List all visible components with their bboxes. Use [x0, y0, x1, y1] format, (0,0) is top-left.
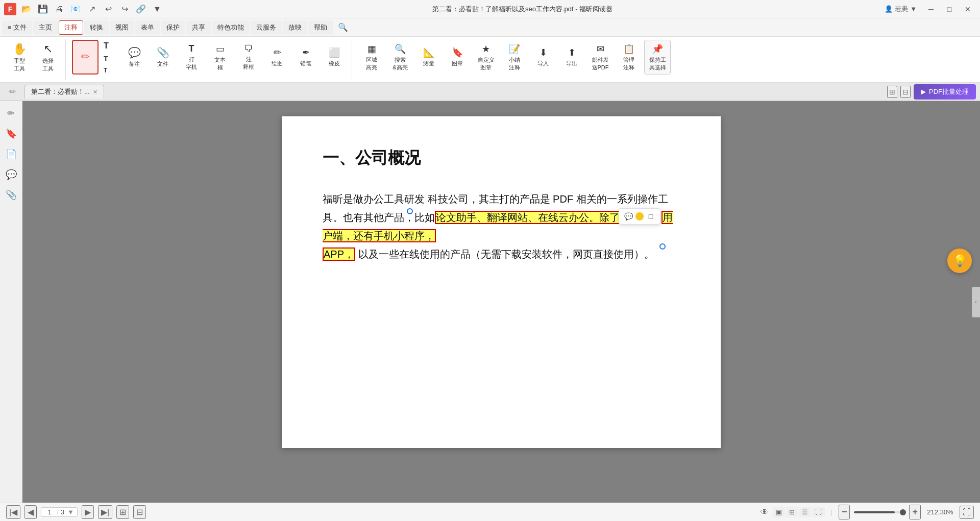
tab-close-btn[interactable]: ✕: [93, 89, 97, 95]
ribbon-text-btn1[interactable]: T: [101, 40, 119, 52]
user-name: 若愚: [895, 5, 908, 14]
selection-handle-bottom[interactable]: [659, 243, 666, 250]
ribbon-area-highlight-btn[interactable]: ▦ 区域高亮: [358, 40, 385, 75]
dropdown-btn[interactable]: ▼: [150, 2, 164, 16]
ribbon-callout-btn[interactable]: 🗨 注释框: [235, 40, 262, 75]
ribbon-pencil-btn[interactable]: ✒ 铅笔: [292, 40, 319, 75]
tab-label: 第二看：必看贴！...: [31, 87, 90, 96]
menu-share[interactable]: 共享: [186, 20, 211, 35]
float-color-circle[interactable]: [635, 212, 644, 220]
separator1: |: [831, 508, 832, 516]
ribbon-row-more: ▦ 区域高亮 🔍 搜索&高亮 📐 测量 🔖 图章 ★ 自定义图章 📝 小结注: [358, 40, 671, 79]
eye-icon[interactable]: 👁: [761, 508, 769, 517]
zoom-in-btn[interactable]: +: [909, 505, 921, 519]
menu-file[interactable]: ≡ 文件: [2, 20, 32, 35]
bottom-bar: |◀ ◀ 1 / 3 ▼ ▶ ▶| ⊞ ⊟ 👁 ▣ ⊞ ☰ ⛶ | − + 21…: [0, 503, 980, 521]
fullscreen-btn[interactable]: ⛶: [960, 506, 974, 519]
pdf-text-app: APP，: [323, 247, 355, 261]
ribbon-search-highlight-btn[interactable]: 🔍 搜索&高亮: [387, 40, 413, 75]
zoom-thumb[interactable]: [900, 509, 906, 515]
user-btn[interactable]: 👤 若愚 ▼: [880, 4, 921, 15]
menu-annotation[interactable]: 注释: [59, 20, 83, 35]
menu-view[interactable]: 视图: [110, 20, 134, 35]
email-btn[interactable]: 📧: [68, 2, 83, 16]
sidebar-bookmark-icon[interactable]: 🔖: [3, 126, 19, 142]
menu-home[interactable]: 主页: [33, 20, 58, 35]
copy-layout-btn[interactable]: ⊞: [116, 505, 129, 519]
undo-btn[interactable]: ↩: [101, 2, 115, 16]
ribbon: ✋ 手型工具 ↖ 选择工具 ✏ T T T 💬 备注: [0, 37, 980, 83]
menu-convert[interactable]: 转换: [84, 20, 109, 35]
tab-item-main[interactable]: 第二看：必看贴！... ✕: [24, 85, 104, 98]
menu-features[interactable]: 特色功能: [212, 20, 250, 35]
save-btn[interactable]: 💾: [36, 2, 50, 16]
first-page-btn[interactable]: |◀: [6, 505, 20, 519]
zoom-out-btn[interactable]: −: [839, 505, 850, 519]
ribbon-note-btn[interactable]: 💬 备注: [121, 40, 148, 75]
search-btn[interactable]: 🔍: [336, 20, 350, 35]
page-separator: /: [57, 508, 59, 516]
ribbon-text-btn2[interactable]: T: [101, 53, 119, 64]
page-dropdown-icon[interactable]: ▼: [67, 508, 74, 516]
minimize-btn[interactable]: ─: [923, 2, 939, 16]
view-double-btn[interactable]: ⊞: [786, 507, 798, 517]
current-page[interactable]: 1: [44, 508, 55, 516]
ribbon-eraser-btn[interactable]: ⬜ 橡皮: [321, 40, 348, 75]
menu-protect[interactable]: 保护: [161, 20, 185, 35]
ribbon-typewriter-btn[interactable]: T 打字机: [178, 40, 205, 75]
export-btn[interactable]: ↗: [85, 2, 99, 16]
menu-present[interactable]: 放映: [283, 20, 307, 35]
sidebar-page-icon[interactable]: 📄: [3, 146, 19, 162]
tab-sidebar-pencil[interactable]: ✏: [4, 84, 20, 100]
ribbon-textbox-btn[interactable]: ▭ 文本框: [207, 40, 233, 75]
ribbon-measure-btn[interactable]: 📐 测量: [415, 40, 442, 75]
zoom-slider[interactable]: [854, 511, 905, 513]
light-bulb-btn[interactable]: 💡: [947, 249, 972, 273]
float-comment-btn[interactable]: 💬: [622, 210, 634, 222]
view-single-btn[interactable]: ▣: [773, 507, 785, 517]
ribbon-draw-btn[interactable]: ✏ 绘图: [264, 40, 290, 75]
float-square-btn[interactable]: □: [645, 210, 657, 222]
ribbon-keep-tool-btn[interactable]: 📌 保持工具选择: [644, 40, 671, 75]
ribbon-summary-btn[interactable]: 📝 小结注释: [501, 40, 528, 75]
menu-form[interactable]: 表单: [135, 20, 160, 35]
close-btn[interactable]: ✕: [960, 2, 976, 16]
ribbon-custom-stamp-btn[interactable]: ★ 自定义图章: [473, 40, 499, 75]
pdf-batch-btn[interactable]: ▶ PDF批量处理: [914, 84, 976, 100]
title-bar-tools: 📂 💾 🖨 📧 ↗ ↩ ↪ 🔗 ▼: [19, 2, 164, 16]
next-page-btn[interactable]: ▶: [82, 505, 94, 519]
ribbon-hand-btn[interactable]: ✋ 手型工具: [6, 40, 33, 75]
menu-cloud[interactable]: 云服务: [251, 20, 282, 35]
panel-view-btn1[interactable]: ⊞: [887, 86, 897, 98]
ribbon-text-btn3[interactable]: T: [101, 65, 119, 76]
ribbon-export-btn[interactable]: ⬆ 导出: [558, 40, 585, 75]
view-full-btn[interactable]: ⛶: [812, 507, 825, 517]
summary-label: 小结注释: [509, 56, 520, 71]
ribbon-highlight-btn[interactable]: ✏: [72, 40, 99, 75]
share-btn[interactable]: 🔗: [134, 2, 148, 16]
sidebar-comment-icon[interactable]: 💬: [3, 166, 19, 183]
zoom-percent: 212.30%: [925, 508, 955, 516]
email-pdf-label: 邮件发送PDF: [592, 56, 609, 71]
last-page-btn[interactable]: ▶|: [98, 505, 112, 519]
ribbon-group-hand: ✋ 手型工具 ↖ 选择工具: [4, 39, 66, 80]
print-btn[interactable]: 🖨: [52, 2, 66, 16]
panel-view-btn2[interactable]: ⊟: [900, 86, 911, 98]
view-continuous-btn[interactable]: ☰: [799, 507, 811, 517]
ribbon-stamp-btn[interactable]: 🔖 图章: [444, 40, 471, 75]
ribbon-email-pdf-btn[interactable]: ✉ 邮件发送PDF: [587, 40, 614, 75]
collapse-btn[interactable]: ‹: [972, 287, 980, 317]
prev-page-btn[interactable]: ◀: [24, 505, 37, 519]
ribbon-import-btn[interactable]: ⬇ 导入: [530, 40, 556, 75]
menu-help[interactable]: 帮助: [308, 20, 333, 35]
redo-btn[interactable]: ↪: [117, 2, 132, 16]
ribbon-select-btn[interactable]: ↖ 选择工具: [35, 40, 61, 75]
ribbon-attach-btn[interactable]: 📎 文件: [150, 40, 176, 75]
split-layout-btn[interactable]: ⊟: [133, 505, 146, 519]
ribbon-manage-btn[interactable]: 📋 管理注释: [616, 40, 642, 75]
open-btn[interactable]: 📂: [19, 2, 34, 16]
sidebar-pencil-icon[interactable]: ✏: [3, 105, 19, 121]
maximize-btn[interactable]: □: [941, 2, 958, 16]
view-btns: ▣ ⊞ ☰ ⛶: [773, 507, 825, 517]
sidebar-attach-icon[interactable]: 📎: [3, 187, 19, 203]
